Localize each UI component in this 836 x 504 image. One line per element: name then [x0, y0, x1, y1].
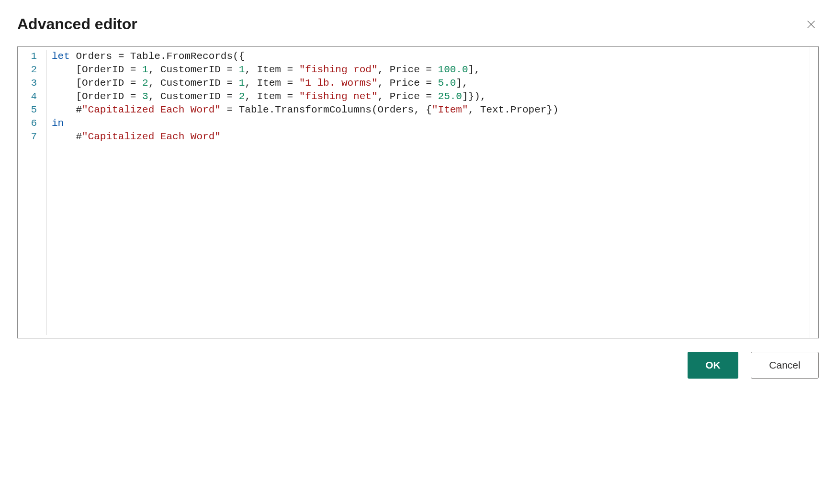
line-number: 3 — [18, 77, 42, 90]
scrollbar-track[interactable] — [810, 47, 818, 338]
code-token: [OrderID = — [52, 78, 142, 89]
code-token: 5.0 — [438, 78, 456, 89]
code-token: "Capitalized Each Word" — [82, 131, 221, 142]
line-number: 5 — [18, 103, 42, 117]
code-line[interactable]: #"Capitalized Each Word" = Table.Transfo… — [52, 103, 818, 117]
line-number: 4 — [18, 90, 42, 103]
code-token: , Price = — [378, 91, 438, 102]
dialog-header: Advanced editor — [17, 15, 819, 33]
code-token: , Text.Proper}) — [468, 104, 559, 115]
code-token: ], — [456, 78, 468, 89]
close-button[interactable] — [803, 17, 819, 32]
code-token: = Table.TransformColumns(Orders, { — [221, 104, 432, 115]
code-line[interactable]: #"Capitalized Each Word" — [52, 130, 818, 144]
dialog-footer: OK Cancel — [17, 352, 819, 379]
code-line[interactable]: let Orders = Table.FromRecords({ — [52, 50, 818, 63]
code-token: , Item = — [245, 91, 299, 102]
code-token: "Capitalized Each Word" — [82, 104, 221, 115]
code-token: [OrderID = — [52, 64, 142, 75]
code-token: , CustomerID = — [148, 64, 239, 75]
code-token: 2 — [239, 91, 245, 102]
code-token: # — [52, 104, 82, 115]
line-number: 6 — [18, 117, 42, 130]
code-text-area[interactable]: let Orders = Table.FromRecords({ [OrderI… — [46, 50, 818, 335]
close-icon — [806, 19, 816, 30]
line-number: 1 — [18, 50, 42, 63]
code-token: 1 — [239, 64, 245, 75]
line-number: 2 — [18, 63, 42, 77]
code-token: ]}), — [462, 91, 486, 102]
code-token: , Item = — [245, 64, 299, 75]
cancel-button[interactable]: Cancel — [751, 352, 819, 379]
code-token: Orders = Table.FromRecords({ — [70, 51, 245, 62]
code-token: 2 — [142, 78, 148, 89]
code-token: , Price = — [378, 78, 438, 89]
code-token: 25.0 — [438, 91, 462, 102]
code-token: in — [52, 118, 64, 129]
code-token: , CustomerID = — [148, 78, 239, 89]
code-token: ], — [468, 64, 480, 75]
code-token: 3 — [142, 91, 148, 102]
code-token: "1 lb. worms" — [299, 78, 378, 89]
code-line[interactable]: in — [52, 117, 818, 130]
dialog-title: Advanced editor — [17, 15, 137, 33]
code-line[interactable]: [OrderID = 2, CustomerID = 1, Item = "1 … — [52, 77, 818, 90]
code-token: let — [52, 51, 70, 62]
line-number-gutter: 1234567 — [18, 50, 45, 335]
code-line[interactable]: [OrderID = 3, CustomerID = 2, Item = "fi… — [52, 90, 818, 103]
code-editor[interactable]: 1234567 let Orders = Table.FromRecords({… — [17, 46, 819, 338]
code-token: 1 — [142, 64, 148, 75]
code-token: 100.0 — [438, 64, 468, 75]
code-token: [OrderID = — [52, 91, 142, 102]
code-token: "fishing net" — [299, 91, 378, 102]
code-token: "fishing rod" — [299, 64, 378, 75]
line-number: 7 — [18, 130, 42, 144]
code-token: , Item = — [245, 78, 299, 89]
code-line[interactable]: [OrderID = 1, CustomerID = 1, Item = "fi… — [52, 63, 818, 77]
code-token: 1 — [239, 78, 245, 89]
code-token: , CustomerID = — [148, 91, 239, 102]
code-token: # — [52, 131, 82, 142]
code-token: "Item" — [432, 104, 468, 115]
ok-button[interactable]: OK — [688, 352, 738, 379]
code-token: , Price = — [378, 64, 438, 75]
